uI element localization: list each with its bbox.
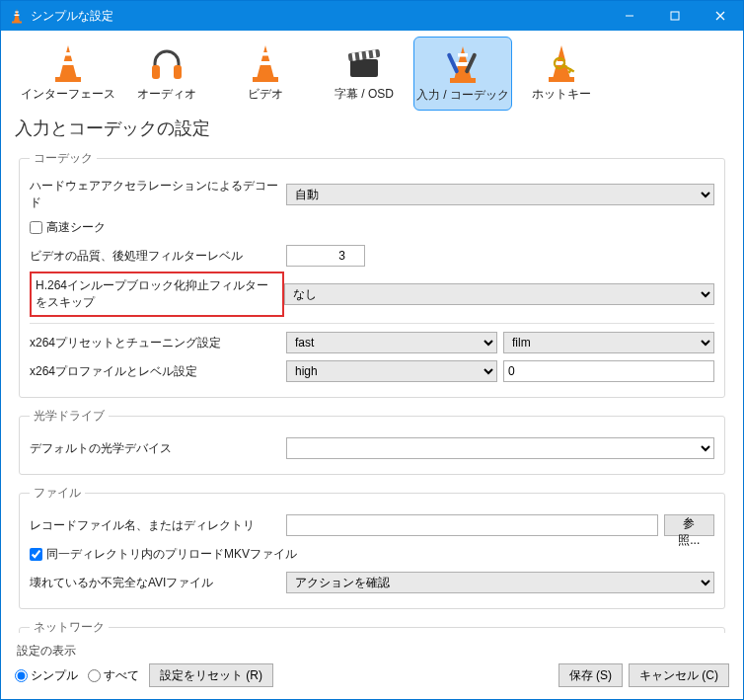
pp-quality-label: ビデオの品質、後処理フィルターレベル: [30, 248, 286, 265]
cone-icon: [218, 40, 313, 86]
svg-rect-3: [12, 22, 22, 24]
category-tabs: インターフェース オーディオ ビデオ 字幕 / OSD: [11, 31, 733, 111]
minimize-button[interactable]: [607, 1, 652, 31]
tab-hotkeys-label: ホットキー: [514, 86, 609, 103]
optical-device-select[interactable]: [286, 437, 714, 459]
tab-interface[interactable]: インターフェース: [19, 37, 117, 111]
tab-interface-label: インターフェース: [21, 86, 115, 103]
cone-tools-icon: [416, 41, 509, 87]
svg-rect-18: [350, 59, 378, 77]
tab-input-codecs[interactable]: 入力 / コーデック: [413, 37, 512, 111]
x264-preset-label: x264プリセットとチューニング設定: [30, 335, 286, 351]
tab-audio-label: オーディオ: [119, 86, 214, 103]
hw-decode-select[interactable]: 自動: [286, 184, 714, 205]
tab-video[interactable]: ビデオ: [216, 37, 315, 111]
save-button[interactable]: 保存 (S): [558, 663, 623, 687]
svg-rect-31: [555, 61, 568, 65]
svg-rect-27: [450, 78, 476, 83]
group-network-legend: ネットワーク: [30, 619, 109, 633]
x264-profile-select[interactable]: high: [286, 360, 497, 382]
tab-video-label: ビデオ: [218, 86, 313, 103]
record-dir-input[interactable]: [286, 514, 658, 536]
preload-mkv-input[interactable]: [30, 548, 42, 561]
fast-seek-input[interactable]: [30, 221, 42, 234]
svg-rect-1: [15, 15, 20, 17]
pp-quality-spinbox[interactable]: [286, 245, 365, 267]
maximize-button[interactable]: [652, 1, 698, 31]
h264-skip-select[interactable]: なし: [284, 283, 714, 305]
page-title: 入力とコーデックの設定: [15, 117, 733, 140]
settings-window: シンプルな設定 インターフェース オーディオ: [0, 0, 744, 700]
cancel-button[interactable]: キャンセル (C): [629, 663, 729, 687]
preload-mkv-checkbox[interactable]: 同一ディレクトリ内のプリロードMKVファイル: [30, 546, 297, 563]
damaged-avi-label: 壊れているか不完全なAVIファイル: [30, 575, 286, 591]
svg-rect-16: [260, 52, 270, 56]
damaged-avi-select[interactable]: アクションを確認: [286, 572, 714, 593]
show-settings-label: 設定の表示: [17, 643, 273, 660]
close-button[interactable]: [698, 1, 743, 31]
svg-rect-5: [671, 12, 679, 20]
optical-device-label: デフォルトの光学デバイス: [30, 440, 286, 457]
tab-subtitles-label: 字幕 / OSD: [317, 86, 411, 103]
x264-level-input[interactable]: [503, 360, 714, 382]
group-optical-legend: 光学ドライブ: [30, 408, 109, 425]
settings-scroll[interactable]: コーデック ハードウェアアクセラレーションによるデコード 自動 高速シーク ビデ…: [11, 144, 733, 633]
fast-seek-checkbox[interactable]: 高速シーク: [30, 219, 106, 236]
group-network: ネットワーク デフォルトキャッシュポリシー 通常 HTTPプロキシーのURL L…: [19, 619, 725, 633]
svg-rect-17: [253, 77, 278, 82]
clapper-icon: [317, 40, 411, 86]
x264-tune-select[interactable]: film: [503, 332, 714, 353]
svg-rect-15: [259, 61, 272, 65]
cone-key-icon: [514, 40, 609, 86]
vlc-cone-icon: [9, 8, 25, 24]
group-file-legend: ファイル: [30, 485, 85, 502]
svg-rect-32: [549, 77, 574, 82]
bottom-bar: 設定の表示 シンプル すべて 設定をリセット (R) 保存 (S) キャンセル …: [1, 633, 743, 699]
h264-skip-label: H.264インループブロック化抑止フィルターをスキップ: [30, 272, 284, 317]
hw-decode-label: ハードウェアアクセラレーションによるデコード: [30, 178, 286, 211]
browse-button[interactable]: 参照...: [664, 514, 714, 536]
svg-rect-2: [15, 12, 19, 13]
svg-rect-9: [61, 61, 75, 65]
x264-profile-label: x264プロファイルとレベル設定: [30, 363, 286, 380]
svg-rect-11: [55, 77, 81, 82]
svg-rect-13: [174, 65, 182, 79]
headphones-icon: [119, 40, 214, 86]
svg-rect-12: [152, 65, 160, 79]
svg-rect-10: [63, 52, 73, 56]
group-codec-legend: コーデック: [30, 150, 97, 167]
show-all-radio[interactable]: すべて: [88, 667, 139, 684]
cone-icon: [21, 40, 115, 86]
tab-hotkeys[interactable]: ホットキー: [512, 37, 611, 111]
group-codec: コーデック ハードウェアアクセラレーションによるデコード 自動 高速シーク ビデ…: [19, 150, 725, 398]
tab-subtitles[interactable]: 字幕 / OSD: [315, 37, 413, 111]
window-title: シンプルな設定: [31, 8, 607, 25]
tab-audio[interactable]: オーディオ: [117, 37, 216, 111]
reset-button[interactable]: 設定をリセット (R): [149, 663, 273, 687]
show-simple-radio[interactable]: シンプル: [15, 667, 78, 684]
tab-input-codecs-label: 入力 / コーデック: [416, 87, 509, 104]
group-file: ファイル レコードファイル名、またはディレクトリ 参照... 同一ディレクトリ内…: [19, 485, 725, 609]
record-dir-label: レコードファイル名、またはディレクトリ: [30, 517, 286, 534]
titlebar: シンプルな設定: [1, 1, 743, 31]
x264-preset-select[interactable]: fast: [286, 332, 497, 353]
group-optical: 光学ドライブ デフォルトの光学デバイス: [19, 408, 725, 475]
svg-rect-26: [458, 53, 468, 57]
